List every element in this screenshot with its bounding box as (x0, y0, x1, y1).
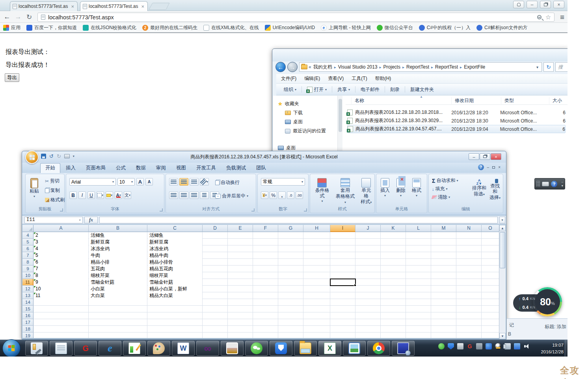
taskbar-button-notepad[interactable] (50, 341, 73, 356)
align-left-button[interactable] (169, 191, 178, 199)
align-right-button[interactable] (190, 191, 199, 199)
ribbon-tab-视图[interactable]: 视图 (171, 163, 191, 173)
menu-item[interactable]: 文件(F) (281, 75, 296, 82)
sidebar-item[interactable]: 最近访问的位置 (285, 128, 326, 134)
decrease-decimal-button[interactable]: .00 (296, 191, 303, 199)
dialog-launcher-icon[interactable] (60, 208, 63, 212)
help-icon[interactable]: ? (478, 164, 484, 170)
row-header-17[interactable]: 17 (22, 319, 33, 326)
restore-button[interactable] (540, 1, 551, 8)
fx-button[interactable]: fx (84, 217, 98, 223)
sidebar-item[interactable]: 桌面 (285, 119, 303, 125)
bookmark-item[interactable]: UrlEncode编码/UrlD (265, 24, 315, 31)
ribbon-tab-开始[interactable]: 开始 (40, 163, 60, 173)
language-bar[interactable]: ? –▾ (534, 178, 565, 190)
taskbar-clock[interactable]: 19:07 2016/12/28 (541, 342, 564, 355)
back-button[interactable]: ← (2, 13, 12, 21)
browser-tab-2[interactable]: localhost:57773/Test.as × (80, 1, 148, 11)
office-button[interactable] (25, 150, 39, 164)
cell-B7[interactable]: 牛肉 (89, 252, 147, 259)
select-all-corner[interactable] (22, 225, 33, 232)
cell-A12[interactable]: 10 (34, 286, 88, 292)
bookmark-item[interactable]: 微信公众平台 (377, 24, 413, 31)
toolbar-button[interactable]: 刻录 (387, 85, 402, 94)
vertical-scrollbar[interactable]: ▲ ▼ (499, 225, 506, 339)
menu-item[interactable]: 帮助(H) (375, 75, 391, 82)
tray-comm-icon[interactable] (514, 343, 520, 349)
grow-font-button[interactable]: A (136, 178, 144, 186)
cell-B8[interactable]: 精品小排 (89, 259, 147, 266)
underline-button[interactable]: U (87, 191, 95, 199)
delete-cells-button[interactable]: 删除▾ (394, 177, 407, 198)
breadcrumb[interactable]: «我的文档▸Visual Studio 2013▸Projects▸Report… (299, 62, 542, 72)
ribbon-tab-数据[interactable]: 数据 (131, 163, 151, 173)
breadcrumb-item[interactable]: Projects (383, 64, 401, 70)
profile-avatar-button[interactable] (513, 1, 524, 8)
scroll-down-icon[interactable]: ▼ (499, 333, 506, 339)
new-tab-button[interactable] (149, 3, 170, 10)
font-color-button[interactable]: A▾ (115, 191, 122, 199)
autosum-button[interactable]: Σ自动求和▾ (432, 177, 458, 184)
cell-B11[interactable]: 雪融金针菇 (89, 279, 147, 286)
cell-B12[interactable]: 小白菜 (89, 286, 147, 292)
file-column-header[interactable]: 大小 (549, 97, 567, 105)
column-header-K[interactable]: K (381, 225, 406, 232)
taskbar-button-paint[interactable] (147, 341, 170, 356)
cell-C13[interactable]: 精品大白菜 (148, 292, 202, 299)
column-header-L[interactable]: L (406, 225, 431, 232)
tray-g-icon[interactable]: G (467, 343, 473, 349)
file-column-header[interactable]: 修改日期 (451, 97, 499, 105)
menu-item[interactable]: 工具(T) (352, 75, 367, 82)
breadcrumb-item[interactable]: ReportTest (406, 64, 430, 70)
font-family-select[interactable]: Arial▾ (69, 178, 116, 186)
comma-button[interactable]: , (278, 191, 286, 199)
qat-dropdown-icon[interactable]: ▾ (73, 154, 74, 158)
cell-C5[interactable]: 新鲜豆腐 (148, 239, 202, 245)
taskbar-button-visual-studio[interactable]: ∞ (196, 341, 219, 356)
apps-shortcut[interactable]: 应用 (3, 24, 20, 31)
number-format-select[interactable]: 常规▾ (261, 178, 305, 186)
clear-button[interactable]: 清除▾ (432, 194, 458, 201)
decrease-indent-button[interactable] (200, 191, 209, 199)
orientation-button[interactable]: ▾ (200, 178, 209, 186)
column-header-D[interactable]: D (203, 225, 228, 232)
breadcrumb-dropdown-icon[interactable]: ▾ (535, 65, 540, 69)
cut-button[interactable]: ✂剪切 (44, 177, 66, 185)
close-button[interactable]: × (553, 1, 564, 8)
file-row[interactable]: 商品列表报表2016.12.28.18.30.29.3029...2016/12… (347, 117, 566, 125)
toolbar-button[interactable]: 电子邮件 (358, 85, 382, 94)
row-header-6[interactable]: 6 (22, 245, 33, 252)
row-header-18[interactable]: 18 (22, 326, 33, 333)
cell-A11[interactable]: 9 (34, 279, 88, 286)
column-header-J[interactable]: J (355, 225, 381, 232)
bookmark-item[interactable]: 百度一下，你就知道 (26, 24, 77, 31)
taskbar-button-photo[interactable] (221, 341, 244, 356)
taskbar-button-image-viewer[interactable] (343, 341, 366, 356)
phonetic-button[interactable]: 文▾ (124, 191, 131, 199)
worksheet[interactable]: ABCDEFGHIJKLMNO42活鲫鱼活鲫鱼53新鲜豆腐新鲜豆腐64冰冻全鸡冰… (22, 225, 500, 339)
ribbon-tab-页面布局[interactable]: 页面布局 (81, 163, 110, 173)
ime-help-icon[interactable]: ? (551, 181, 557, 187)
bookmark-item[interactable]: 在线XML格式化、在线 (203, 24, 259, 31)
cell-C10[interactable]: 细枝芹菜 (148, 272, 202, 279)
merge-center-button[interactable]: 合并后居中▾ (214, 192, 249, 200)
scrollbar-thumb[interactable] (339, 99, 342, 132)
ribbon-tab-插入[interactable]: 插入 (61, 163, 80, 173)
cell-C9[interactable]: 精品五花肉 (148, 266, 202, 272)
row-header-15[interactable]: 15 (22, 306, 33, 312)
file-row[interactable]: 商品列表报表2016.12.28.18.20.18.2018...2016/12… (347, 108, 566, 117)
column-header-F[interactable]: F (253, 225, 278, 232)
file-column-header[interactable]: 名称 (351, 97, 450, 105)
cell-C8[interactable]: 精品小排骨 (148, 259, 202, 266)
align-center-button[interactable] (179, 191, 188, 199)
drag-handle-icon[interactable] (536, 181, 540, 187)
cell-A10[interactable]: 8 (34, 272, 88, 279)
border-button[interactable]: ▾ (97, 191, 104, 199)
save-icon[interactable] (41, 154, 46, 159)
row-header-10[interactable]: 10 (22, 272, 33, 279)
undo-icon[interactable]: ↺ (49, 153, 54, 159)
row-header-12[interactable]: 12 (22, 286, 33, 292)
tray-wechat-icon[interactable] (438, 343, 445, 349)
excel-close-button[interactable]: × (491, 153, 501, 160)
tray-shield-icon[interactable] (448, 343, 454, 349)
